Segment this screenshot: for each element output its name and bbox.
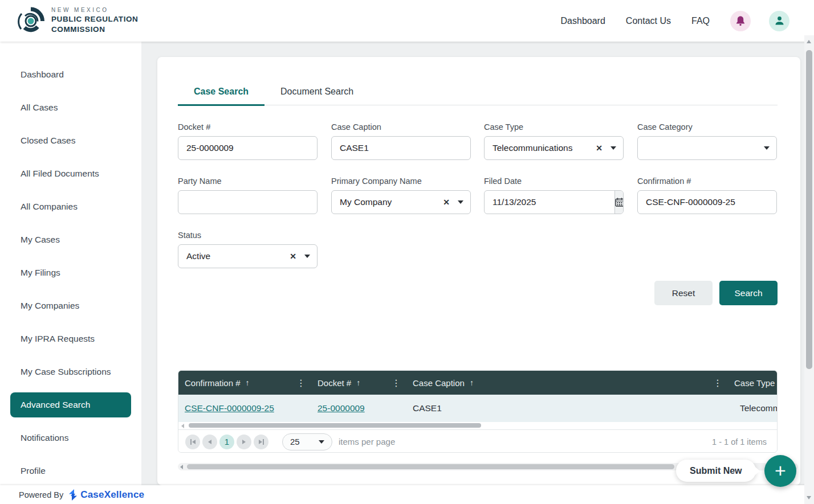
column-header-docket[interactable]: Docket # ↑ ⋮ [311, 371, 406, 395]
header-nav: Dashboard Contact Us FAQ [561, 11, 789, 31]
sidebar-item-my-case-subscriptions[interactable]: My Case Subscriptions [10, 359, 131, 384]
table-row: CSE-CNF-0000009-25 25-0000009 CASE1 Tele… [178, 395, 777, 422]
case-category-dropdown-icon[interactable] [764, 146, 770, 150]
primary-company-dropdown-icon[interactable] [458, 200, 463, 204]
logo-line-2: PUBLIC REGULATION [51, 14, 138, 24]
previous-page-button[interactable] [202, 435, 217, 449]
case-type-dropdown-icon[interactable] [610, 146, 616, 150]
sidebar-item-profile[interactable]: Profile [10, 458, 131, 483]
page-size-dropdown-icon [319, 440, 324, 444]
sidebar-item-my-filings[interactable]: My Filings [10, 260, 131, 285]
primary-company-clear-icon[interactable]: ✕ [443, 198, 450, 207]
column-header-case-type[interactable]: Case Type [728, 371, 777, 395]
status-value: Active [186, 251, 290, 261]
docket-link[interactable]: 25-0000009 [318, 403, 365, 413]
app-header: NEW MEXICO PUBLIC REGULATION COMMISSION … [0, 0, 814, 42]
status-dropdown-icon[interactable] [304, 255, 310, 258]
sidebar-item-all-cases[interactable]: All Cases [10, 95, 131, 120]
submit-new-tooltip[interactable]: Submit New [676, 460, 756, 482]
reset-button[interactable]: Reset [654, 281, 713, 305]
page-scrollbar-thumb[interactable] [806, 50, 812, 369]
search-button[interactable]: Search [719, 281, 778, 305]
case-type-value: Telecommunications [493, 143, 596, 153]
sidebar-item-dashboard[interactable]: Dashboard [10, 62, 131, 87]
confirmation-label: Confirmation # [637, 177, 777, 186]
column-menu-icon[interactable]: ⋮ [713, 378, 722, 388]
search-tabs: Case Search Document Search [178, 87, 369, 106]
column-title: Confirmation # [185, 378, 241, 388]
casexellence-logo-icon [68, 489, 78, 501]
grid-scrollbar-thumb[interactable] [189, 423, 481, 428]
pager-range-label: 1 - 1 of 1 items [712, 437, 767, 446]
nav-contact-link[interactable]: Contact Us [626, 16, 671, 26]
calendar-icon [615, 198, 624, 207]
sort-asc-icon: ↑ [246, 378, 250, 387]
sidebar-item-advanced-search[interactable]: Advanced Search [10, 392, 131, 417]
status-select[interactable]: Active ✕ [178, 244, 318, 268]
sidebar-item-closed-cases[interactable]: Closed Cases [10, 128, 131, 153]
filed-date-calendar-button[interactable] [614, 191, 624, 214]
sidebar-item-my-companies[interactable]: My Companies [10, 293, 131, 318]
form-actions: Reset Search [654, 281, 778, 305]
column-menu-icon[interactable]: ⋮ [392, 378, 401, 388]
tab-case-search[interactable]: Case Search [178, 87, 264, 106]
page-1-button[interactable]: 1 [219, 435, 234, 449]
casexellence-brand: CaseXellence [80, 489, 144, 501]
plus-icon: + [775, 461, 786, 480]
case-type-cell: Telecommunications [728, 403, 777, 413]
column-header-confirmation[interactable]: Confirmation # ↑ ⋮ [178, 371, 311, 395]
advanced-search-panel: Case Search Document Search Docket # Cas… [157, 57, 800, 485]
scroll-left-icon[interactable] [180, 465, 183, 469]
submit-new-fab[interactable]: + [764, 455, 796, 487]
filed-date-label: Filed Date [484, 177, 624, 186]
nmprc-logo-icon [16, 6, 46, 36]
sort-asc-icon: ↑ [356, 378, 360, 387]
next-page-button[interactable] [237, 435, 251, 449]
status-label: Status [178, 231, 318, 240]
case-caption-cell: CASE1 [406, 403, 728, 413]
sidebar-nav: Dashboard All Cases Closed Cases All Fil… [0, 42, 141, 485]
nav-dashboard-link[interactable]: Dashboard [561, 16, 605, 26]
app-footer: Powered By CaseXellence [0, 485, 814, 504]
case-type-select[interactable]: Telecommunications ✕ [484, 136, 624, 160]
first-page-button[interactable] [185, 435, 200, 449]
scroll-up-icon[interactable] [807, 40, 811, 43]
column-title: Case Type [734, 378, 775, 388]
case-type-label: Case Type [484, 122, 624, 132]
grid-header-row: Confirmation # ↑ ⋮ Docket # ↑ ⋮ Case Cap… [178, 371, 777, 395]
status-clear-icon[interactable]: ✕ [290, 252, 296, 261]
nav-faq-link[interactable]: FAQ [691, 16, 710, 26]
page-size-select[interactable]: 25 [282, 433, 332, 450]
results-grid: Confirmation # ↑ ⋮ Docket # ↑ ⋮ Case Cap… [178, 370, 778, 453]
column-header-case-caption[interactable]: Case Caption ↑ ⋮ [406, 371, 728, 395]
grid-pager: 1 25 items per page 1 - 1 of 1 items [178, 429, 777, 453]
sidebar-item-my-ipra-requests[interactable]: My IPRA Requests [10, 326, 131, 351]
case-caption-label: Case Caption [331, 122, 471, 132]
case-type-clear-icon[interactable]: ✕ [596, 144, 603, 153]
card-scrollbar-thumb[interactable] [187, 464, 674, 469]
scroll-down-icon[interactable] [807, 496, 811, 499]
column-title: Case Caption [413, 378, 465, 388]
logo-line-3: COMMISSION [51, 24, 138, 35]
nmprc-logo: NEW MEXICO PUBLIC REGULATION COMMISSION [16, 6, 138, 36]
column-menu-icon[interactable]: ⋮ [296, 378, 306, 388]
logo-text: NEW MEXICO PUBLIC REGULATION COMMISSION [51, 7, 138, 34]
case-category-select[interactable] [637, 136, 777, 160]
sidebar-item-all-companies[interactable]: All Companies [10, 194, 131, 219]
sidebar-item-all-filed-documents[interactable]: All Filed Documents [10, 161, 131, 186]
filed-date-input[interactable] [485, 191, 614, 214]
docket-input[interactable] [178, 136, 318, 160]
sidebar-item-notifications[interactable]: Notifications [10, 425, 131, 450]
docket-label: Docket # [178, 122, 318, 132]
primary-company-select[interactable]: My Company ✕ [331, 190, 471, 214]
profile-avatar-button[interactable] [769, 11, 789, 31]
confirmation-link[interactable]: CSE-CNF-0000009-25 [185, 403, 274, 413]
confirmation-input[interactable] [637, 190, 777, 214]
party-name-input[interactable] [178, 190, 318, 214]
case-caption-input[interactable] [331, 136, 471, 160]
sidebar-item-my-cases[interactable]: My Cases [10, 227, 131, 252]
tab-document-search[interactable]: Document Search [264, 87, 369, 106]
notifications-bell-button[interactable] [730, 11, 751, 31]
last-page-button[interactable] [254, 435, 268, 449]
scroll-left-icon[interactable] [181, 424, 184, 428]
